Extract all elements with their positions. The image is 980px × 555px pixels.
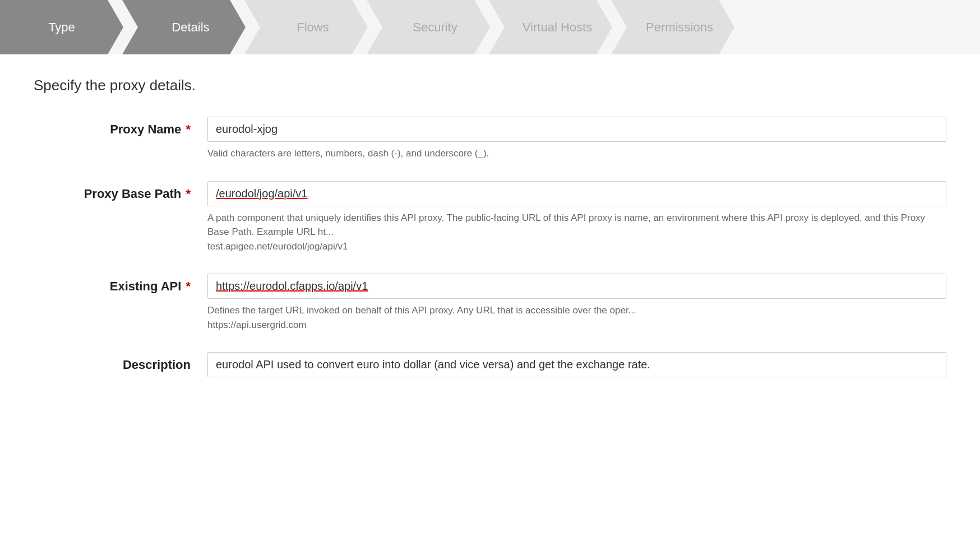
existing-api-field-wrap: Defines the target URL invoked on behalf… xyxy=(207,274,946,332)
description-input[interactable] xyxy=(207,352,946,377)
stepper: Type Details Flows Security Virtual Host… xyxy=(0,0,980,54)
page-subtitle: Specify the proxy details. xyxy=(34,77,946,94)
proxy-name-label: Proxy Name * xyxy=(34,117,207,137)
proxy-name-input[interactable] xyxy=(207,117,946,142)
step-virtual-hosts-label: Virtual Hosts xyxy=(523,20,592,35)
step-type[interactable]: Type xyxy=(0,0,123,54)
step-flows[interactable]: Flows xyxy=(244,0,368,54)
step-details[interactable]: Details xyxy=(122,0,246,54)
proxy-base-path-label: Proxy Base Path * xyxy=(34,181,207,201)
existing-api-row: Existing API * Defines the target URL in… xyxy=(34,274,946,332)
proxy-name-row: Proxy Name * Valid characters are letter… xyxy=(34,117,946,161)
proxy-base-path-row: Proxy Base Path * A path component that … xyxy=(34,181,946,254)
proxy-base-path-field-wrap: A path component that uniquely identifie… xyxy=(207,181,946,254)
existing-api-input[interactable] xyxy=(207,274,946,299)
existing-api-hint: Defines the target URL invoked on behalf… xyxy=(207,303,946,332)
step-security-label: Security xyxy=(413,20,457,35)
main-content: Specify the proxy details. Proxy Name * … xyxy=(0,54,980,555)
proxy-name-field-wrap: Valid characters are letters, numbers, d… xyxy=(207,117,946,161)
proxy-base-path-input[interactable] xyxy=(207,181,946,206)
step-flows-label: Flows xyxy=(297,20,329,35)
proxy-base-path-hint: A path component that uniquely identifie… xyxy=(207,211,946,254)
existing-api-label: Existing API * xyxy=(34,274,207,294)
step-permissions-label: Permissions xyxy=(646,20,713,35)
step-type-label: Type xyxy=(48,20,75,35)
description-field-wrap xyxy=(207,352,946,377)
step-permissions[interactable]: Permissions xyxy=(611,0,734,54)
step-security[interactable]: Security xyxy=(367,0,490,54)
description-label: Description xyxy=(34,352,207,372)
step-details-label: Details xyxy=(172,20,209,35)
proxy-name-hint: Valid characters are letters, numbers, d… xyxy=(207,146,946,161)
step-virtual-hosts[interactable]: Virtual Hosts xyxy=(489,0,612,54)
description-row: Description xyxy=(34,352,946,377)
